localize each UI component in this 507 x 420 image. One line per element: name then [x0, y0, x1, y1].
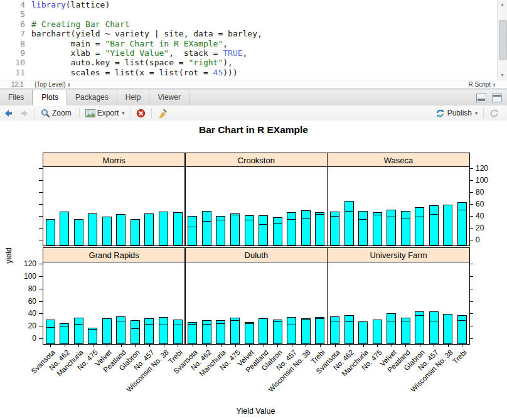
- y-tick-label: 0: [13, 334, 36, 343]
- bar-divider: [74, 324, 83, 325]
- bar-manchuria: [358, 321, 368, 344]
- bar-peatland: [259, 318, 268, 344]
- code-line[interactable]: 8 main = "Bar Chart in R EXample",: [0, 39, 498, 48]
- x-tick: [107, 345, 107, 347]
- bar-manchuria: [358, 211, 368, 245]
- bar-glabron: [273, 320, 282, 344]
- y-tick: [469, 180, 473, 181]
- bar-velvet: [102, 217, 112, 245]
- x-tick: [292, 345, 292, 347]
- bar-manchuria: [74, 318, 83, 344]
- publish-button[interactable]: Publish ▾: [431, 105, 481, 121]
- bar-divider: [273, 223, 282, 224]
- bar-peatland: [116, 214, 125, 245]
- line-number: 6: [0, 19, 31, 29]
- y-tick: [39, 192, 43, 193]
- bar-divider: [344, 211, 354, 212]
- line-number: 5: [0, 9, 31, 19]
- y-tick: [39, 240, 43, 240]
- bar-no-457: [429, 205, 439, 245]
- code-line[interactable]: 7barchart(yield ~ variety | site, data =…: [0, 29, 498, 38]
- bar-no-475: [230, 318, 240, 344]
- bar-divider: [415, 217, 424, 217]
- code-line[interactable]: 9 xlab = "Yield Value", stack = TRUE,: [0, 48, 498, 58]
- y-tick: [39, 216, 43, 217]
- bar-velvet: [245, 322, 254, 344]
- bar-divider: [131, 328, 140, 329]
- bar-velvet: [387, 313, 396, 344]
- bar-manchuria: [216, 216, 225, 245]
- bar-divider: [387, 217, 396, 217]
- plot-display-pane: Bar Chart in R EXample ©tutorialgateway.…: [0, 121, 507, 420]
- refresh-button[interactable]: [486, 105, 503, 121]
- y-tick: [469, 216, 473, 217]
- scrollbar-thumb[interactable]: [499, 20, 507, 60]
- y-tick: [469, 326, 473, 326]
- code-editor[interactable]: 4library(lattice)5 6# Creating Bar Chart…: [0, 0, 498, 80]
- editor-vertical-scrollbar[interactable]: ▲ ▼: [497, 0, 507, 80]
- pane-window-buttons: [473, 94, 502, 105]
- editor-status-bar: 12:1 (Top Level)▲▼ R Script▲▼: [0, 80, 507, 89]
- bar-divider: [401, 321, 410, 321]
- code-line[interactable]: 5: [0, 9, 498, 19]
- minimize-pane-icon[interactable]: [476, 94, 486, 102]
- bar-no-462: [344, 201, 354, 245]
- pane-tabbar: Files Plots Packages Help Viewer: [0, 90, 507, 106]
- bar-glabron: [131, 219, 140, 245]
- zoom-button[interactable]: Zoom: [37, 105, 77, 121]
- remove-plot-button[interactable]: [132, 105, 149, 121]
- export-button[interactable]: Export ▾: [82, 105, 129, 121]
- forward-button[interactable]: [16, 105, 33, 121]
- bar-no-462: [202, 211, 211, 245]
- x-tick: [448, 345, 449, 347]
- file-type-selector[interactable]: R Script▲▼: [468, 81, 496, 88]
- bar-divider: [401, 218, 410, 218]
- bar-divider: [373, 215, 382, 215]
- y-tick: [39, 204, 43, 205]
- bar-divider: [457, 210, 467, 210]
- bar-divider: [230, 215, 240, 215]
- line-number: 8: [0, 39, 31, 48]
- x-tick: [121, 345, 122, 347]
- maximize-pane-icon[interactable]: [492, 94, 502, 102]
- magnifier-icon: [41, 109, 50, 118]
- bar-no-475: [373, 212, 382, 245]
- publish-icon: [435, 109, 446, 118]
- tab-files[interactable]: Files: [0, 90, 33, 105]
- chart-panel: [43, 262, 185, 345]
- tab-packages[interactable]: Packages: [67, 90, 117, 105]
- code-line[interactable]: 10 auto.key = list(space = "right"),: [0, 58, 498, 67]
- x-tick: [277, 345, 278, 347]
- panel-strip: Waseca: [327, 153, 469, 167]
- back-button[interactable]: [0, 105, 16, 121]
- bar-divider: [216, 220, 225, 220]
- line-number: 7: [0, 29, 31, 38]
- bar-divider: [301, 319, 311, 320]
- code-line[interactable]: 6# Creating Bar Chart: [0, 19, 498, 29]
- scroll-up-icon[interactable]: ▲: [498, 0, 507, 8]
- bar-no-457: [144, 318, 154, 344]
- clear-all-plots-button[interactable]: [154, 105, 171, 121]
- bar-divider: [273, 321, 282, 322]
- x-tick: [78, 345, 79, 347]
- bar-divider: [46, 327, 55, 328]
- chart-panel: [43, 166, 185, 246]
- scroll-down-icon[interactable]: ▼: [498, 71, 507, 79]
- code-line[interactable]: 4library(lattice): [0, 0, 498, 9]
- x-tick: [377, 345, 378, 347]
- y-tick-label: 80: [13, 284, 36, 293]
- y-tick-label: 20: [13, 321, 36, 330]
- code-line[interactable]: 11 scales = list(x = list(rot = 45))): [0, 68, 498, 77]
- tab-plots[interactable]: Plots: [33, 90, 67, 105]
- tab-viewer[interactable]: Viewer: [149, 90, 189, 105]
- bar-divider: [330, 321, 339, 321]
- panel-strip: Grand Rapids: [43, 247, 185, 262]
- panel-strip: University Farm: [327, 247, 469, 262]
- tab-help[interactable]: Help: [117, 90, 150, 105]
- bar-divider: [144, 324, 154, 325]
- chart-panel: [327, 166, 469, 246]
- panel-strip: Duluth: [185, 247, 328, 262]
- scope-selector[interactable]: (Top Level)▲▼: [35, 81, 70, 88]
- bar-glabron: [273, 217, 282, 245]
- y-tick: [39, 168, 43, 169]
